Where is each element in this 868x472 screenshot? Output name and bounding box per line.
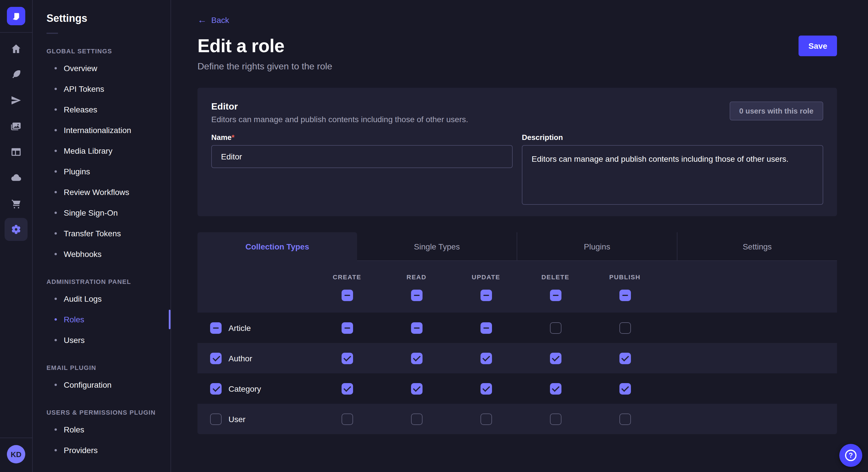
- sidebar-item-plugins[interactable]: Plugins: [33, 161, 170, 182]
- bullet-icon: [55, 339, 57, 341]
- author-update-checkbox[interactable]: [480, 352, 492, 364]
- sidebar-item-audit-logs[interactable]: Audit Logs: [33, 289, 170, 309]
- sidebar-section-label: USERS & PERMISSIONS PLUGIN: [46, 409, 170, 416]
- author-delete-checkbox[interactable]: [550, 352, 561, 364]
- sidebar-item-users[interactable]: Users: [33, 330, 170, 350]
- tab-plugins[interactable]: Plugins: [517, 232, 677, 261]
- role-card-summary: Editors can manage and publish contents …: [211, 115, 468, 124]
- author-publish-checkbox[interactable]: [619, 352, 631, 364]
- cloud-icon: [10, 172, 22, 183]
- settings-sidebar: Settings GLOBAL SETTINGSOverviewAPI Toke…: [33, 0, 171, 472]
- rail-home-button[interactable]: [5, 37, 28, 60]
- user-delete-checkbox[interactable]: [550, 413, 561, 425]
- category-update-checkbox[interactable]: [480, 383, 492, 394]
- user-row-checkbox[interactable]: [210, 413, 222, 425]
- help-button[interactable]: ?: [839, 444, 862, 467]
- column-header-create: CREATE: [312, 274, 382, 280]
- sidebar-item-internationalization[interactable]: Internationalization: [33, 120, 170, 140]
- author-row-checkbox[interactable]: [210, 352, 222, 364]
- sidebar-item-roles[interactable]: Roles: [33, 309, 170, 330]
- tab-collection-types[interactable]: Collection Types: [197, 232, 357, 261]
- rail-marketplace-button[interactable]: [5, 192, 28, 215]
- category-publish-checkbox[interactable]: [619, 383, 631, 394]
- sidebar-item-configuration[interactable]: Configuration: [33, 374, 170, 395]
- rail-cloud-button[interactable]: [5, 166, 28, 189]
- author-read-checkbox[interactable]: [411, 352, 422, 364]
- permission-row-article: Article: [197, 312, 837, 343]
- sidebar-title: Settings: [46, 12, 170, 25]
- category-delete-checkbox[interactable]: [550, 383, 561, 394]
- sidebar-item-releases[interactable]: Releases: [33, 99, 170, 120]
- bullet-icon: [55, 298, 57, 300]
- sidebar-section-label: ADMINISTRATION PANEL: [46, 278, 170, 285]
- sidebar-item-webhooks[interactable]: Webhooks: [33, 244, 170, 264]
- save-button[interactable]: Save: [799, 36, 837, 56]
- article-update-checkbox[interactable]: [480, 322, 492, 334]
- article-publish-checkbox[interactable]: [619, 322, 631, 334]
- permission-row-category: Category: [197, 373, 837, 404]
- author-create-checkbox[interactable]: [341, 352, 353, 364]
- row-label: Author: [228, 353, 252, 363]
- avatar[interactable]: KD: [7, 445, 25, 463]
- rail-content-type-builder-button[interactable]: [5, 140, 28, 164]
- sidebar-item-media-library[interactable]: Media Library: [33, 140, 170, 161]
- tab-settings[interactable]: Settings: [677, 232, 837, 261]
- user-update-checkbox[interactable]: [480, 413, 492, 425]
- rail-releases-button[interactable]: [5, 89, 28, 112]
- select-all-update-checkbox[interactable]: [480, 290, 492, 301]
- name-input[interactable]: [211, 145, 513, 168]
- category-read-checkbox[interactable]: [411, 383, 422, 394]
- permissions-column-headers: CREATEREADUPDATEDELETEPUBLISH: [197, 261, 837, 280]
- category-row-checkbox[interactable]: [210, 383, 222, 394]
- sidebar-item-review-workflows[interactable]: Review Workflows: [33, 182, 170, 202]
- back-arrow-icon: ←: [197, 15, 207, 25]
- article-row-checkbox[interactable]: [210, 322, 222, 334]
- select-all-read-checkbox[interactable]: [411, 290, 422, 301]
- rail-media-library-button[interactable]: [5, 115, 28, 138]
- sidebar-item-transfer-tokens[interactable]: Transfer Tokens: [33, 223, 170, 244]
- rail-settings-button[interactable]: [5, 218, 28, 241]
- article-read-checkbox[interactable]: [411, 322, 422, 334]
- permissions-rows: ArticleAuthorCategoryUser: [197, 312, 837, 434]
- select-all-create-checkbox[interactable]: [341, 290, 353, 301]
- sidebar-item-list: Configuration: [33, 374, 170, 395]
- sidebar-item-label: Webhooks: [64, 249, 102, 259]
- sidebar-item-providers[interactable]: Providers: [33, 440, 170, 461]
- tab-single-types[interactable]: Single Types: [357, 232, 517, 261]
- user-publish-checkbox[interactable]: [619, 413, 631, 425]
- rail-content-manager-button[interactable]: [5, 63, 28, 86]
- name-field-group: Name*: [211, 133, 513, 207]
- user-create-checkbox[interactable]: [341, 413, 353, 425]
- description-textarea[interactable]: Editors can manage and publish contents …: [522, 145, 823, 205]
- strapi-logo[interactable]: [7, 7, 25, 25]
- permissions-header-checkboxes: [197, 280, 837, 312]
- content-manager-icon: [10, 69, 22, 80]
- column-header-update: UPDATE: [451, 274, 521, 280]
- sidebar-item-roles[interactable]: Roles: [33, 419, 170, 440]
- rail-divider: [0, 32, 32, 33]
- category-create-checkbox[interactable]: [341, 383, 353, 394]
- bullet-icon: [55, 212, 57, 214]
- permission-row-author: Author: [197, 343, 837, 373]
- permissions-panel: Collection TypesSingle TypesPluginsSetti…: [197, 232, 837, 434]
- marketplace-icon: [10, 198, 22, 209]
- article-delete-checkbox[interactable]: [550, 322, 561, 334]
- role-card-title: Editor: [211, 102, 468, 112]
- sidebar-item-label: Internationalization: [64, 126, 131, 135]
- select-all-delete-checkbox[interactable]: [550, 290, 561, 301]
- back-link[interactable]: ← Back: [197, 15, 229, 25]
- sidebar-item-api-tokens[interactable]: API Tokens: [33, 78, 170, 99]
- sidebar-item-single-sign-on[interactable]: Single Sign-On: [33, 202, 170, 223]
- help-icon: ?: [845, 450, 857, 461]
- user-read-checkbox[interactable]: [411, 413, 422, 425]
- bullet-icon: [55, 88, 57, 90]
- sidebar-item-overview[interactable]: Overview: [33, 58, 170, 78]
- description-field-label: Description: [522, 133, 823, 142]
- back-label: Back: [211, 15, 229, 25]
- users-with-role-badge[interactable]: 0 users with this role: [730, 102, 823, 121]
- sidebar-item-label: Single Sign-On: [64, 208, 118, 217]
- media-library-icon: [10, 121, 22, 132]
- select-all-publish-checkbox[interactable]: [619, 290, 631, 301]
- article-create-checkbox[interactable]: [341, 322, 353, 334]
- sidebar-sections: GLOBAL SETTINGSOverviewAPI TokensRelease…: [33, 47, 170, 461]
